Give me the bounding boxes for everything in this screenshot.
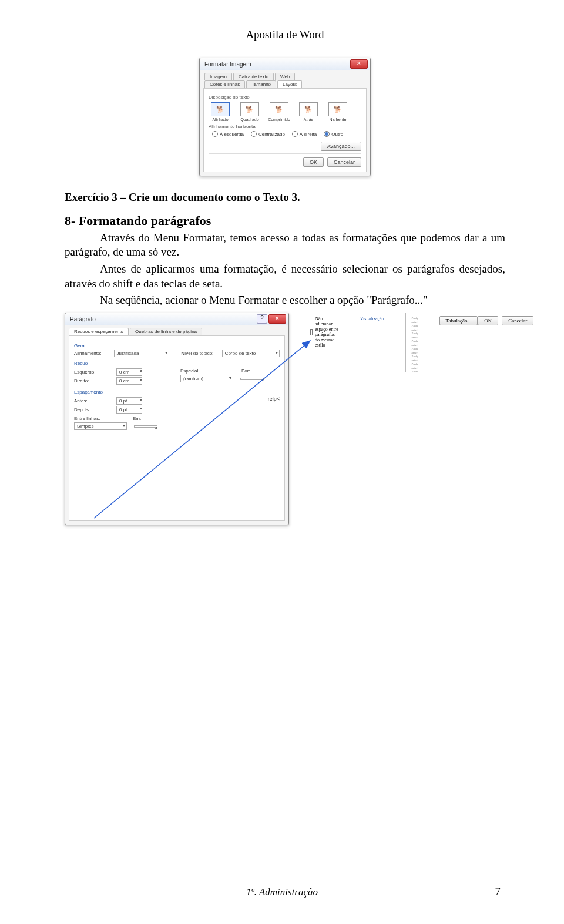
label-especial: Especial: — [180, 368, 209, 374]
advanced-button[interactable]: Avançado... — [321, 142, 361, 151]
tab-quebras[interactable]: Quebras de linha e de página — [130, 328, 202, 335]
dog-icon: 🐕 — [246, 106, 254, 113]
ok-button[interactable]: OK — [303, 157, 324, 167]
paragraph: Na seqüência, acionar o Menu Formatar e … — [65, 293, 505, 308]
label-em: Em: — [133, 416, 147, 421]
label-alinhamento: Alinhamento: — [74, 351, 110, 356]
combo-especial[interactable]: (nenhum) — [180, 375, 233, 382]
label-entre-linhas: Entre linhas: — [74, 416, 108, 421]
help-icon[interactable]: ? — [257, 314, 267, 324]
section-visualizacao: Visualização — [360, 316, 384, 321]
ok-button[interactable]: OK — [478, 316, 498, 325]
label-nivel: Nível do tópico: — [181, 351, 218, 356]
label-esquerdo: Esquerdo: — [74, 369, 113, 375]
label-depois: Depois: — [74, 407, 113, 412]
section-recuo: Recuo — [74, 361, 280, 366]
spin-em[interactable] — [134, 425, 157, 428]
tab-imagem[interactable]: Imagem — [204, 73, 232, 80]
combo-alinhamento[interactable]: Justificada — [114, 350, 170, 357]
radio-centralizado[interactable]: Centralizado — [251, 131, 285, 137]
wrap-na-frente[interactable]: 🐕 Na frente — [326, 102, 350, 122]
spin-direito[interactable]: 0 cm — [116, 377, 142, 385]
dialog-title: Parágrafo — [70, 316, 96, 322]
tab-web[interactable]: Web — [275, 73, 295, 80]
paragraph: Através do Menu Formatar, temos acesso a… — [65, 231, 505, 260]
wrap-atras[interactable]: 🐕 Atrás — [297, 102, 320, 122]
radio-esquerda[interactable]: À esquerda — [212, 131, 244, 137]
cancel-button[interactable]: Cancelar — [502, 316, 533, 325]
wrap-comprimido[interactable]: 🐕 Comprimido — [267, 102, 291, 122]
checkbox-icon — [310, 329, 313, 335]
preview-box: Parágrafo anterior Parágrafo anterior Pa… — [405, 313, 418, 372]
spin-por[interactable] — [240, 378, 264, 380]
spin-depois[interactable]: 0 pt — [116, 406, 142, 414]
section-alinhamento-horizontal: Alinhamento horizontal — [209, 124, 361, 129]
checkbox-dont-add-space[interactable]: Não adicionar espaço entre parágrafos do… — [310, 316, 339, 348]
wrap-alinhado[interactable]: 🐕 Alinhado — [209, 102, 232, 122]
dialog-title: Formatar Imagem — [204, 61, 251, 68]
tab-caixa-texto[interactable]: Caixa de texto — [233, 73, 274, 80]
wrap-quadrado[interactable]: 🐕 Quadrado — [238, 102, 261, 122]
exercise-3-title: Exercício 3 – Crie um documento como o T… — [65, 190, 505, 205]
tab-cores-linhas[interactable]: Cores e linhas — [204, 80, 245, 88]
label-por: Por: — [241, 368, 263, 374]
section-disposicao: Disposição do texto — [209, 95, 361, 100]
tab-tamanho[interactable]: Tamanho — [246, 80, 276, 88]
dog-icon: 🐕 — [304, 106, 313, 113]
tab-layout[interactable]: Layout — [277, 80, 302, 88]
spin-esquerdo[interactable]: 0 cm — [116, 368, 142, 376]
spin-antes[interactable]: 0 pt — [116, 397, 142, 405]
paragraph: Antes de aplicarmos uma formatação, é ne… — [65, 262, 505, 291]
dog-icon: 🐕 — [334, 106, 342, 113]
section-espacamento: Espaçamento — [74, 389, 280, 395]
combo-nivel[interactable]: Corpo de texto — [222, 350, 280, 357]
dialog-formatar-imagem: Formatar Imagem ✕ Imagem Caixa de texto … — [199, 58, 371, 176]
dialog-paragrafo: Parágrafo ? ✕ Recuos e espaçamento Quebr… — [65, 313, 289, 525]
radio-direita[interactable]: À direita — [292, 131, 317, 137]
page-number: 7 — [495, 885, 501, 898]
page-header: Apostila de Word — [65, 28, 505, 41]
dog-icon: 🐕 — [275, 106, 283, 113]
cancel-button[interactable]: Cancelar — [327, 157, 361, 167]
radio-outro[interactable]: Outro — [324, 131, 343, 137]
tabulacao-button[interactable]: Tabulação... — [439, 316, 478, 325]
section-geral: Geral — [74, 343, 280, 348]
combo-entre-linhas[interactable]: Simples — [74, 422, 127, 430]
close-icon[interactable]: ✕ — [268, 314, 286, 324]
close-icon[interactable]: ✕ — [350, 59, 368, 69]
dog-icon: 🐕 — [216, 106, 224, 113]
tab-recuos-espacamento[interactable]: Recuos e espaçamento — [69, 328, 129, 335]
label-direito: Direito: — [74, 378, 113, 384]
footer-text: 1º. Administração — [0, 886, 564, 898]
label-antes: Antes: — [74, 398, 113, 404]
heading-8: 8- Formatando parágrafos — [65, 213, 505, 229]
